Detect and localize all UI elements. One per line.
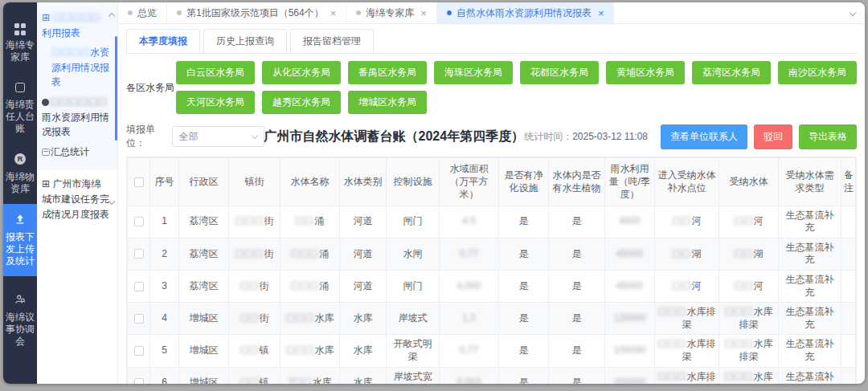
sidebar-item-report-upload-statistics[interactable]: 报表下发上传及统计	[3, 204, 37, 276]
table-cell: 0.003	[440, 367, 499, 384]
table-cell: 生态基流补充	[779, 206, 841, 238]
tab-history-query[interactable]: 历史上报查询	[203, 29, 287, 53]
tab-report-archive[interactable]: 报告留档管理	[290, 29, 374, 53]
tab-expert-library[interactable]: 海绵专家库 ×	[346, 2, 437, 23]
row-checkbox[interactable]	[134, 378, 144, 384]
sidebar-item-expert-library[interactable]: 海绵专家库	[3, 10, 37, 72]
table-cell: 口口口水库	[280, 303, 340, 335]
stat-time-value: 2025-03-12 11:08	[572, 131, 648, 142]
tab-label: 海绵专家库	[366, 6, 414, 20]
bureau-button-9[interactable]: 越秀区水务局	[262, 91, 341, 114]
table-cell: 口口河	[719, 206, 779, 238]
menu-group-rainwater-report[interactable]: ⊞ 口口口口口利用报表	[42, 10, 114, 40]
close-icon[interactable]: ×	[420, 7, 427, 19]
tab-overview[interactable]: 总览	[118, 2, 167, 23]
sidebar-item-label: 海绵物资库	[5, 171, 35, 195]
sidebar-item-label: 海绵专家库	[5, 39, 35, 63]
bureau-button-8[interactable]: 天河区水务局	[176, 91, 255, 114]
redacted-text: 口口	[240, 377, 260, 384]
data-table-wrapper: 序号行政区镇街水体名称水体类别控制设施水域面积（万平方米）是否有净化设施水体内是…	[126, 157, 857, 384]
bureau-button-5[interactable]: 黄埔区水务局	[606, 61, 685, 84]
redacted-text: 4500	[619, 215, 641, 226]
table-cell: 口口口水库排渠	[655, 367, 719, 384]
column-header: 受纳水体需求类型	[779, 158, 841, 206]
checkbox-cell	[128, 303, 150, 335]
menu-item-rainwater-usage-report[interactable]: 口口口口口口雨水资源利用情况报表	[42, 95, 114, 140]
table-cell: 2	[150, 238, 179, 270]
table-cell: 口口涌	[280, 206, 340, 238]
tab-overflow-button[interactable]	[841, 2, 865, 23]
row-checkbox[interactable]	[134, 249, 144, 259]
table-cell: 增城区	[179, 335, 229, 367]
redacted-text: 100000	[613, 344, 645, 356]
column-header: 水体类别	[340, 158, 387, 206]
menu-group-label: 利用报表	[42, 27, 80, 39]
sidebar-item-responsible-ledger[interactable]: 海绵责任人台账	[3, 72, 37, 144]
table-cell: 200000	[605, 367, 655, 384]
close-icon[interactable]: ×	[598, 7, 604, 19]
table-cell: 岸坡式	[387, 303, 440, 335]
table-cell: 45000	[605, 238, 655, 270]
table-cell: 河道	[340, 270, 387, 302]
table-header-row: 序号行政区镇街水体名称水体类别控制设施水域面积（万平方米）是否有净化设施水体内是…	[128, 158, 856, 206]
menu-group-monthly-report[interactable]: ⊞ 广州市海绵城市建设任务完成情况月度报表	[42, 177, 114, 222]
tab-current-quarter[interactable]: 本季度填报	[126, 29, 200, 53]
view-contacts-button[interactable]: 查看单位联系人	[661, 124, 747, 149]
select-all-checkbox[interactable]	[134, 177, 144, 187]
menu-item-summary-statistics[interactable]: 汇总统计	[42, 145, 114, 160]
row-checkbox[interactable]	[134, 346, 144, 356]
tab-natural-water-report[interactable]: 自然水体雨水资源利用情况报表 ×	[437, 2, 615, 23]
bureau-button-0[interactable]: 白云区水务局	[176, 61, 255, 84]
table-cell: 闸门	[387, 206, 440, 238]
tab-demo-projects[interactable]: 第1批国家级示范项目（564个） ×	[167, 2, 346, 23]
export-button[interactable]: 导出表格	[799, 124, 857, 149]
bureau-button-2[interactable]: 番禺区水务局	[348, 61, 427, 84]
menu-scrollbar-thumb[interactable]	[115, 36, 117, 141]
table-row: 5增城区口口镇口口口水库水库开敞式明渠0.77是是100000口口口水库排渠口口…	[128, 335, 856, 367]
column-header: 序号	[150, 158, 179, 206]
close-icon[interactable]: ×	[330, 7, 337, 19]
row-checkbox[interactable]	[134, 282, 144, 291]
reject-button[interactable]: 驳回	[754, 124, 792, 149]
main-area: 总览 第1批国家级示范项目（564个） × 海绵专家库 × 自然水体雨水资源利用…	[118, 2, 865, 384]
table-cell: 生态基流补充	[779, 367, 841, 384]
menu-item-label: 汇总统计	[51, 146, 89, 157]
table-cell: 口口街	[229, 303, 280, 335]
bureau-button-6[interactable]: 荔湾区水务局	[692, 61, 771, 84]
row-checkbox[interactable]	[134, 314, 144, 324]
redacted-text: 200000	[613, 377, 645, 384]
redacted-text: 0.77	[460, 344, 478, 356]
bureau-button-10[interactable]: 增城区水务局	[348, 91, 427, 114]
table-cell: 口口口水库	[280, 335, 340, 367]
menu-item-water-resource-usage-report[interactable]: 口口口口水资源利用情况报表	[42, 45, 114, 90]
stat-time: 统计时间：2025-03-12 11:08	[524, 130, 648, 144]
redacted-text: 口口口	[291, 280, 320, 291]
secondary-menu: ⊞ 口口口口口利用报表 口口口口水资源利用情况报表 口口口口口口雨水资源利用情况…	[37, 2, 118, 384]
bureau-button-3[interactable]: 海珠区水务局	[434, 61, 513, 84]
column-header: 雨水利用量（吨/季度）	[605, 158, 655, 206]
checkbox-cell	[128, 367, 150, 384]
menu-group-expanded: ⊞ 口口口口口利用报表 口口口口水资源利用情况报表 口口口口口口雨水资源利用情况…	[37, 2, 117, 170]
table-row: 6增城区口口镇7口口水库水库岸坡式宽顶堰0.003是是200000口口口水库排渠…	[128, 367, 856, 384]
row-checkbox[interactable]	[134, 217, 144, 226]
bureau-button-4[interactable]: 花都区水务局	[520, 61, 599, 84]
bureau-button-7[interactable]: 南沙区水务局	[778, 61, 857, 84]
table-cell: 生态基流补充	[779, 335, 841, 367]
table-cell: 生态基流补充	[779, 238, 841, 270]
table-cell: 4	[150, 303, 179, 335]
sidebar-item-material-library[interactable]: R 海绵物资库	[3, 144, 37, 204]
table-cell: 口口口涌	[280, 270, 340, 302]
redacted-text: 口口口	[725, 371, 754, 382]
table-cell: 是	[549, 367, 605, 384]
sidebar-item-coordination-meeting[interactable]: 海绵议事协调会	[3, 284, 37, 356]
tab-bar: 总览 第1批国家级示范项目（564个） × 海绵专家库 × 自然水体雨水资源利用…	[118, 2, 865, 24]
table-cell: 口口口街	[229, 238, 280, 270]
table-cell: 水库	[340, 367, 387, 384]
table-cell: 增城区	[179, 367, 229, 384]
content-area: 本季度填报 历史上报查询 报告留档管理 各区水务局 白云区水务局从化区水务局番禺…	[118, 24, 865, 384]
table-cell: 荔湾区	[179, 206, 229, 238]
bureau-button-1[interactable]: 从化区水务局	[262, 61, 341, 84]
table-body: 1荔湾区口口口街口口涌河道闸门4.5是是4500口口河口口河生态基流补充2荔湾区…	[128, 206, 856, 384]
report-unit-select[interactable]: 全部	[172, 126, 264, 147]
content-tabs: 本季度填报 历史上报查询 报告留档管理	[126, 29, 857, 54]
